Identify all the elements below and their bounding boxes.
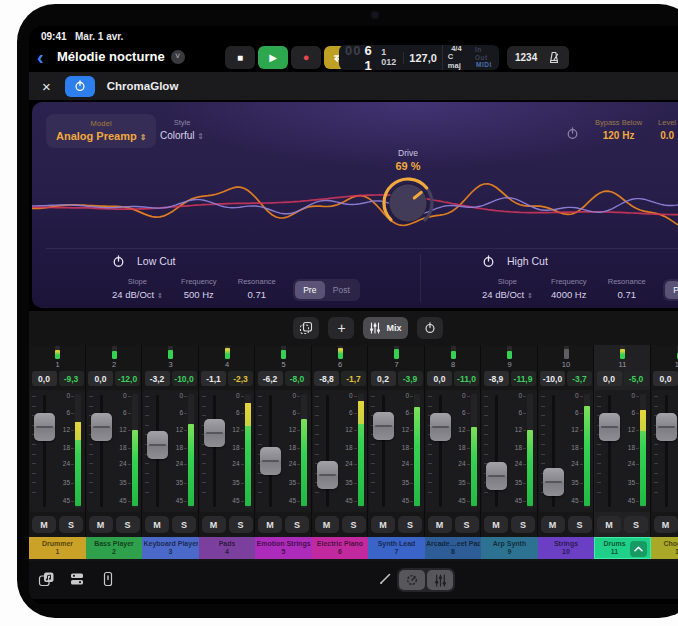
add-track-button[interactable]: +: [328, 317, 354, 339]
mix-view-button[interactable]: Mix: [363, 317, 407, 339]
post-button[interactable]: Post: [325, 281, 358, 299]
solo-button[interactable]: S: [172, 516, 196, 533]
solo-button[interactable]: S: [624, 516, 648, 533]
low-cut-power-button[interactable]: [112, 255, 125, 268]
bypass-power-button[interactable]: [566, 126, 579, 144]
volume-fader[interactable]: [34, 413, 55, 441]
browsers-button[interactable]: [68, 570, 86, 588]
volume-fader[interactable]: [373, 412, 394, 440]
volume-fader[interactable]: [599, 413, 620, 441]
channel-strip-7[interactable]: 70,2-3,9061218243545MSSynth Lead7: [368, 345, 425, 559]
channel-strip-10[interactable]: 10-10,0-3,7061218243545MSStrings10: [538, 345, 595, 559]
track-name-plate[interactable]: Keyboard Player3: [142, 537, 199, 559]
volume-fader[interactable]: [260, 447, 281, 475]
low-cut-resonance-control[interactable]: Resonance 0.71: [235, 277, 279, 300]
pre-button[interactable]: Pre: [665, 281, 678, 299]
low-cut-slope-control[interactable]: Slope 24 dB/Oct ⇕: [112, 277, 163, 300]
mute-button[interactable]: M: [428, 516, 452, 533]
track-name-plate[interactable]: Emotion Strings5: [255, 537, 312, 559]
peak-value[interactable]: -9,3: [59, 371, 84, 386]
pre-button[interactable]: Pre: [295, 281, 325, 299]
track-name-plate[interactable]: Arcade…eet Pad8: [425, 537, 482, 559]
solo-button[interactable]: S: [342, 516, 366, 533]
style-selector[interactable]: Style Colorful ⇕: [160, 118, 204, 141]
loop-browser-button[interactable]: [37, 570, 55, 588]
mute-button[interactable]: M: [202, 516, 226, 533]
solo-button[interactable]: S: [59, 516, 83, 533]
track-name-plate[interactable]: Electric Piano6: [312, 537, 369, 559]
high-cut-resonance-control[interactable]: Resonance 0.71: [605, 277, 649, 300]
peak-value[interactable]: -3,9: [398, 371, 423, 386]
play-button[interactable]: ▶: [258, 46, 288, 69]
close-icon[interactable]: ×: [42, 79, 51, 94]
bypass-below-control[interactable]: Bypass Below 120 Hz: [595, 118, 642, 141]
volume-fader[interactable]: [486, 462, 507, 490]
volume-value[interactable]: -8,8: [314, 371, 339, 386]
volume-fader[interactable]: [91, 413, 112, 441]
peak-value[interactable]: -3,7: [567, 371, 592, 386]
track-name-plate[interactable]: Pads4: [199, 537, 256, 559]
mute-button[interactable]: M: [89, 516, 113, 533]
mute-button[interactable]: M: [654, 516, 678, 533]
volume-value[interactable]: 0,0: [32, 371, 57, 386]
channel-strip-6[interactable]: 6-8,8-1,7061218243545MSElectric Piano6: [312, 345, 369, 559]
mute-button[interactable]: M: [32, 516, 56, 533]
solo-button[interactable]: S: [229, 516, 253, 533]
mixer-view-button[interactable]: [427, 570, 453, 590]
mute-button[interactable]: M: [145, 516, 169, 533]
volume-fader[interactable]: [430, 413, 451, 441]
volume-fader[interactable]: [656, 413, 677, 441]
collapse-chevron-up-button[interactable]: [630, 541, 647, 557]
volume-value[interactable]: 0,2: [371, 371, 396, 386]
record-button[interactable]: ●: [291, 46, 321, 69]
volume-value[interactable]: -6,2: [258, 371, 283, 386]
peak-value[interactable]: -10,0: [172, 371, 197, 386]
volume-value[interactable]: -1,1: [201, 371, 226, 386]
volume-value[interactable]: -8,9: [484, 371, 509, 386]
solo-button[interactable]: S: [116, 516, 140, 533]
channel-strip-5[interactable]: 5-6,2-8,0061218243545MSEmotion Strings5: [255, 345, 312, 559]
track-name-plate[interactable]: Synth Lead7: [368, 537, 425, 559]
mute-button[interactable]: M: [597, 516, 621, 533]
volume-fader[interactable]: [147, 431, 168, 459]
track-name-plate[interactable]: Drummer1: [29, 537, 86, 559]
channel-strip-1[interactable]: 10,0-9,3061218243545MSDrummer1: [29, 345, 86, 559]
peak-value[interactable]: -8,0: [285, 371, 310, 386]
drive-knob[interactable]: [378, 173, 438, 233]
plugin-power-button[interactable]: [65, 76, 95, 97]
solo-button[interactable]: S: [511, 516, 535, 533]
volume-value[interactable]: -3,2: [145, 371, 170, 386]
high-cut-frequency-control[interactable]: Frequency 4000 Hz: [547, 277, 591, 300]
track-name-plate[interactable]: Drums11: [594, 537, 651, 559]
metronome-icon[interactable]: [547, 51, 561, 65]
controls-panel-button[interactable]: [99, 570, 117, 588]
peak-value[interactable]: -5,0: [624, 371, 649, 386]
peak-value[interactable]: -11,9: [511, 371, 536, 386]
solo-button[interactable]: S: [455, 516, 479, 533]
channel-strip-12[interactable]: 120,0061218243545MSChorus V12: [651, 345, 678, 559]
mute-button[interactable]: M: [315, 516, 339, 533]
track-name-plate[interactable]: Arp Synth9: [481, 537, 538, 559]
duplicate-button[interactable]: [293, 317, 319, 339]
track-name-plate[interactable]: Strings10: [538, 537, 595, 559]
level-control[interactable]: Level 0.0: [658, 118, 676, 141]
volume-value[interactable]: 0,0: [427, 371, 452, 386]
mute-button[interactable]: M: [371, 516, 395, 533]
mute-button[interactable]: M: [484, 516, 508, 533]
solo-button[interactable]: S: [568, 516, 592, 533]
controls-view-button[interactable]: [399, 570, 425, 590]
lcd-display[interactable]: 006 11 012 127,0 4/4 C maj In Out MIDI: [339, 45, 499, 70]
volume-fader[interactable]: [543, 468, 564, 496]
volume-fader[interactable]: [317, 461, 338, 489]
volume-value[interactable]: -10,0: [540, 371, 565, 386]
volume-fader[interactable]: [204, 419, 225, 447]
high-cut-slope-control[interactable]: Slope 24 dB/Oct ⇕: [482, 277, 533, 300]
peak-value[interactable]: -12,0: [115, 371, 140, 386]
solo-button[interactable]: S: [398, 516, 422, 533]
low-cut-frequency-control[interactable]: Frequency 500 Hz: [177, 277, 221, 300]
model-selector[interactable]: Model Analog Preamp ⇕: [46, 114, 156, 148]
peak-value[interactable]: -2,3: [228, 371, 253, 386]
volume-value[interactable]: 0,0: [88, 371, 113, 386]
channel-strip-11[interactable]: 110,0-5,0061218243545MSDrums11: [594, 345, 651, 559]
track-name-plate[interactable]: Chorus V12: [651, 537, 678, 559]
